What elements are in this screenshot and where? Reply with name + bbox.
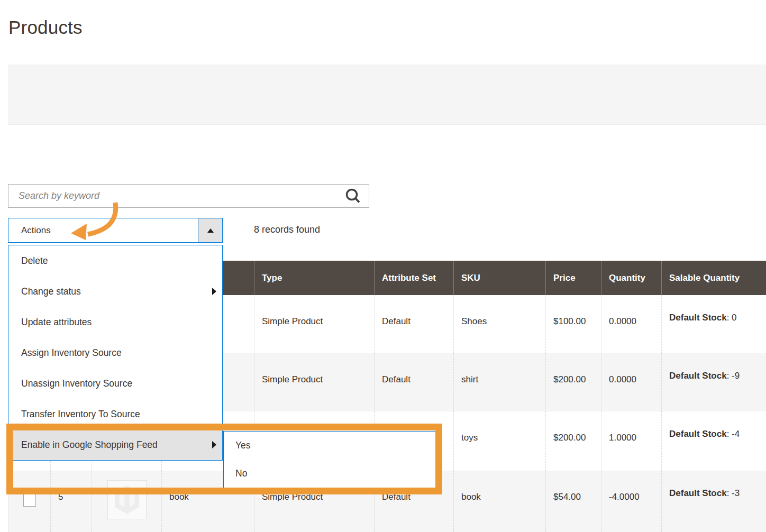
submenu-item-yes[interactable]: Yes [224,432,438,460]
submenu-arrow-icon [212,288,216,295]
actions-button-label: Actions [21,218,51,242]
cell-quantity: 0.0000 [601,295,661,353]
search-box [8,184,369,208]
menu-item-transfer-inventory-to-source[interactable]: Transfer Inventory To Source [8,399,222,429]
header-sku[interactable]: SKU [453,261,545,295]
product-thumbnail [107,480,147,519]
header-salable-quantity[interactable]: Salable Quantity [661,261,766,295]
triangle-up-icon [207,228,214,233]
menu-item-delete[interactable]: Delete [8,245,222,276]
records-count: 8 records found [254,224,320,235]
cell-price: $200.00 [545,411,601,471]
menu-item-enable-google-shopping-feed[interactable]: Enable in Google Shopping Feed [8,429,222,460]
menu-item-change-status[interactable]: Change status [8,276,222,307]
cell-quantity: 1.0000 [601,411,661,471]
collapse-arrow-button[interactable] [198,218,222,242]
cell-sku: book [453,471,545,532]
cell-price: $100.00 [545,295,601,353]
cell-type: Simple Product [254,353,374,411]
menu-item-unassign-inventory-source[interactable]: Unassign Inventory Source [8,368,222,399]
cell-type: Simple Product [254,295,374,353]
cell-price: $200.00 [545,353,601,411]
cell-salable-quantity: Default Stock: -4 [661,411,766,471]
header-attribute-set[interactable]: Attribute Set [374,261,453,295]
menu-item-update-attributes[interactable]: Update attributes [8,307,222,337]
header-quantity[interactable]: Quantity [601,261,661,295]
cell-price: $54.00 [545,471,601,532]
header-type[interactable]: Type [254,261,374,295]
actions-menu: Delete Change status Update attributes A… [8,245,223,461]
google-feed-submenu: Yes No [223,431,439,488]
submenu-item-no[interactable]: No [224,460,438,488]
filters-panel [8,65,766,125]
row-select-checkbox[interactable] [23,494,36,507]
cell-sku: Shoes [453,295,545,353]
cell-sku: toys [453,411,545,471]
menu-item-assign-inventory-source[interactable]: Assign Inventory Source [8,337,222,368]
cell-attribute-set: Default [374,353,453,411]
cell-salable-quantity: Default Stock: -9 [661,353,766,411]
header-price[interactable]: Price [545,261,601,295]
cell-salable-quantity: Default Stock: 0 [661,295,766,353]
products-page: Products Actions 8 records found Type At… [0,0,766,532]
submenu-arrow-icon [212,441,216,448]
cell-sku: shirt [453,353,545,411]
cell-salable-quantity: Default Stock: -3 [661,471,766,532]
cell-attribute-set: Default [374,295,453,353]
page-title: Products [8,17,83,38]
search-icon[interactable] [344,188,362,206]
search-input[interactable] [8,185,369,207]
cell-id: 5 [50,471,92,532]
cell-quantity: -4.0000 [601,471,661,532]
actions-button[interactable]: Actions [8,218,223,243]
cell-quantity: 0.0000 [601,353,661,411]
